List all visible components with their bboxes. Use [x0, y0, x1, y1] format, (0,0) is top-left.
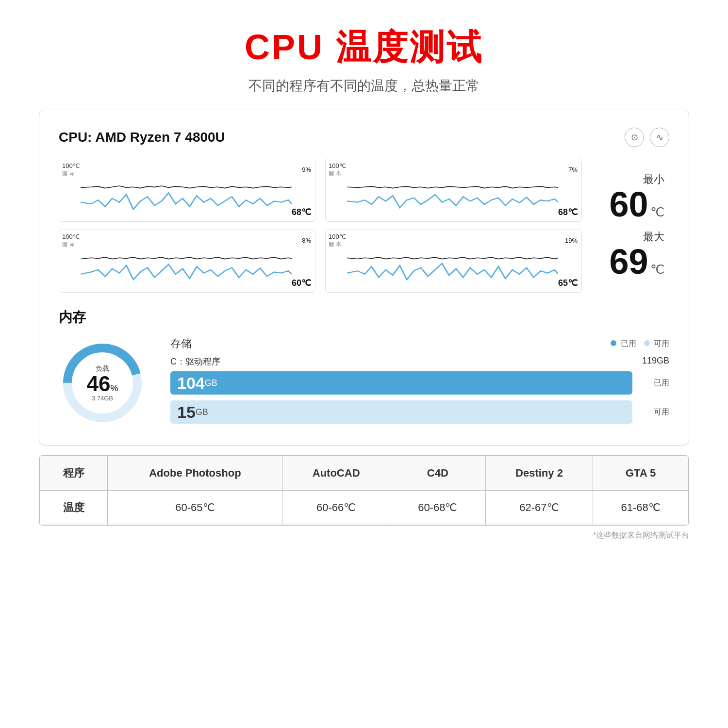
graph2-max-label: 100℃	[329, 162, 347, 169]
col-gta5: GTA 5	[593, 456, 689, 491]
cpu-title: CPU: AMD Ryzen 7 4800U	[59, 130, 225, 145]
graph4-percent: 19%	[565, 234, 578, 245]
graph1-temp: 68℃	[292, 207, 311, 217]
cpu-icon-group: ⊙ ∿	[625, 128, 669, 147]
used-bar-value: 104	[177, 374, 205, 393]
used-bar-track: 104 GB	[170, 371, 632, 395]
drive-total: 119GB	[642, 356, 669, 367]
avail-bar-track: 15 GB	[170, 400, 632, 424]
cpu-header: CPU: AMD Ryzen 7 4800U ⊙ ∿	[59, 128, 669, 147]
graph4-svg	[347, 234, 558, 288]
graph-core4: 100℃ 频率 19% 65℃	[325, 230, 582, 293]
page-title: CPU 温度测试	[245, 24, 483, 71]
storage-legend: 已用 可用	[611, 339, 669, 349]
memory-title: 内存	[59, 308, 669, 327]
legend-avail-dot	[644, 340, 650, 346]
graph2-percent: 7%	[568, 163, 578, 174]
min-unit: ℃	[650, 205, 664, 219]
min-value: 60	[609, 185, 648, 224]
max-value: 69	[609, 242, 648, 281]
graph4-max-label: 100℃	[329, 233, 347, 240]
footnote: *这些数据来自网络测试平台	[39, 530, 689, 541]
memory-body: 负载 46% 3.74GB 存储 已用	[59, 336, 669, 430]
donut-center: 负载 46% 3.74GB	[87, 364, 118, 402]
avail-bar-unit: GB	[196, 407, 208, 417]
col-c4d: C4D	[390, 456, 485, 491]
memory-section: 内存 负载 46% 3.74GB	[59, 308, 669, 430]
table-card: 程序 Adobe Photoshop AutoCAD C4D Destiny 2…	[39, 455, 689, 526]
graph2-svg	[347, 163, 558, 217]
max-unit: ℃	[650, 262, 664, 277]
graph-core1: 100℃ 频率 9% 68℃	[59, 159, 315, 222]
legend-used: 已用	[611, 339, 636, 349]
row-gta5-temp: 61-68℃	[593, 491, 689, 525]
row-photoshop-temp: 60-65℃	[108, 491, 282, 525]
used-bar-unit: GB	[205, 378, 217, 388]
row-destiny2-temp: 62-67℃	[485, 491, 593, 525]
graph3-max-label: 100℃	[62, 233, 80, 240]
storage-area: 存储 已用 可用 C：驱动程序 119GB	[170, 336, 669, 430]
row-c4d-temp: 60-68℃	[390, 491, 485, 525]
avail-bar-label: 可用	[640, 407, 669, 417]
table-header-row: 程序 Adobe Photoshop AutoCAD C4D Destiny 2…	[40, 456, 689, 491]
used-bar-row: 104 GB 已用	[170, 371, 669, 395]
col-photoshop: Adobe Photoshop	[108, 456, 282, 491]
graph1-max-label: 100℃	[62, 162, 80, 169]
col-program: 程序	[40, 456, 108, 491]
avail-bar-row: 15 GB 可用	[170, 400, 669, 424]
avail-bar-fill: 15 GB	[170, 400, 632, 424]
min-stat: 最小 60 ℃	[609, 172, 664, 222]
storage-header: 存储 已用 可用	[170, 336, 669, 351]
col-autocad: AutoCAD	[282, 456, 390, 491]
graphs-grid: 100℃ 频率 9% 68℃ 100℃ 频率 7% 68℃ 最小	[59, 159, 669, 293]
graph3-percent: 8%	[302, 234, 311, 245]
donut-value: 46%	[87, 373, 118, 395]
storage-section-title: 存储	[170, 336, 192, 351]
max-stat: 最大 69 ℃	[609, 230, 664, 279]
avail-bar-value: 15	[177, 403, 196, 422]
graph1-percent: 9%	[302, 163, 311, 174]
graph4-temp: 65℃	[558, 278, 578, 288]
legend-avail: 可用	[644, 339, 669, 349]
drive-label: C：驱动程序	[170, 356, 220, 367]
used-bar-fill: 104 GB	[170, 371, 632, 395]
graph3-temp: 60℃	[292, 278, 311, 288]
storage-drive-row: C：驱动程序 119GB	[170, 356, 669, 367]
page-subtitle: 不同的程序有不同的温度，总热量正常	[248, 77, 480, 95]
legend-used-dot	[611, 340, 616, 346]
graph2-temp: 68℃	[558, 207, 578, 217]
main-card: CPU: AMD Ryzen 7 4800U ⊙ ∿ 100℃ 频率 9% 68…	[39, 110, 689, 446]
col-destiny2: Destiny 2	[485, 456, 593, 491]
waveform-icon[interactable]: ∿	[650, 128, 669, 147]
row-temp-label: 温度	[40, 491, 108, 525]
program-table: 程序 Adobe Photoshop AutoCAD C4D Destiny 2…	[39, 456, 689, 525]
used-bar-label: 已用	[640, 378, 669, 388]
graph3-svg	[81, 234, 292, 288]
graph-core3: 100℃ 频率 8% 60℃	[59, 230, 315, 293]
donut-container: 负载 46% 3.74GB	[59, 339, 146, 427]
row-autocad-temp: 60-66℃	[282, 491, 390, 525]
graph-core2: 100℃ 频率 7% 68℃	[325, 159, 582, 222]
table-row: 温度 60-65℃ 60-66℃ 60-68℃ 62-67℃ 61-68℃	[40, 491, 689, 525]
donut-sub: 3.74GB	[87, 395, 118, 402]
gauge-icon[interactable]: ⊙	[625, 128, 644, 147]
graph1-svg	[81, 163, 292, 217]
stats-col: 最小 60 ℃ 最大 69 ℃	[592, 159, 669, 293]
